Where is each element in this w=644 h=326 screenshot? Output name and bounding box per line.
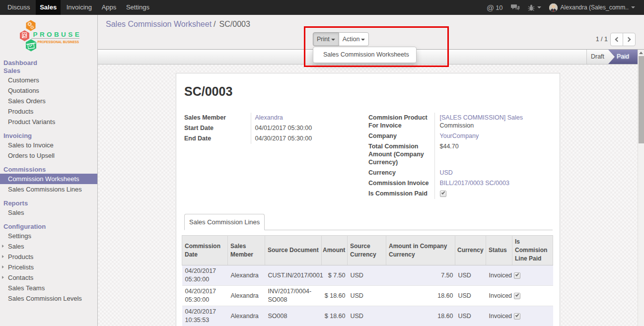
scrollbar-thumb[interactable] bbox=[639, 56, 644, 143]
col-sales-member[interactable]: Sales Member bbox=[228, 236, 265, 265]
cell-sales-member: Alexandra bbox=[228, 265, 265, 286]
col-commission-date[interactable]: Commission Date bbox=[182, 236, 228, 265]
field-label-commission-invoice: Commission Invoice bbox=[368, 178, 434, 189]
sidebar-item-product-variants[interactable]: Product Variants bbox=[0, 117, 97, 127]
print-button-label: Print bbox=[317, 36, 330, 43]
cell-currency: USD bbox=[455, 306, 486, 326]
mentions-button[interactable]: @ 10 bbox=[483, 0, 507, 15]
systray: @ 10 bbox=[483, 0, 639, 15]
cell-is-paid bbox=[512, 306, 553, 326]
field-value-currency[interactable]: USD bbox=[440, 169, 453, 176]
field-label-company: Company bbox=[368, 131, 434, 141]
sidebar-heading-sales[interactable]: Sales bbox=[0, 67, 97, 75]
menu-discuss[interactable]: Discuss bbox=[3, 0, 34, 15]
sidebar-heading-invoicing[interactable]: Invoicing bbox=[0, 132, 97, 140]
col-is-commission-line-paid[interactable]: Is Commision Line Paid bbox=[512, 236, 553, 265]
check-icon bbox=[515, 293, 519, 297]
expand-caret-icon bbox=[2, 276, 4, 279]
chevron-right-icon bbox=[626, 37, 631, 42]
cell-source-document: CUST.IN/2017/0001 bbox=[265, 265, 322, 286]
sidebar-item-sales-commission-levels[interactable]: Sales Commission Levels bbox=[0, 293, 97, 304]
sidebar-item-config-pricelists[interactable]: Pricelists bbox=[0, 262, 97, 272]
sidebar-item-sales-commissions-lines[interactable]: Sales Commissions Lines bbox=[0, 184, 97, 195]
form-sheet: SC/0003 Sales Member Alexandra Start Dat… bbox=[176, 73, 560, 326]
cell-commission-date: 04/20/2017 10:35:53 bbox=[182, 306, 228, 326]
line-paid-checkbox[interactable] bbox=[514, 313, 520, 320]
print-button[interactable]: Print bbox=[313, 32, 339, 46]
field-label-end-date: End Date bbox=[184, 133, 251, 144]
vertical-scrollbar[interactable] bbox=[638, 50, 644, 326]
col-source-document[interactable]: Source Document bbox=[265, 236, 322, 265]
sidebar-item-quotations[interactable]: Quotations bbox=[0, 85, 97, 96]
chat-icon bbox=[511, 4, 520, 11]
sidebar-item-customers[interactable]: Customers bbox=[0, 75, 97, 85]
menu-apps[interactable]: Apps bbox=[98, 0, 121, 15]
sidebar-heading-reports[interactable]: Reports bbox=[0, 199, 97, 207]
company-logo[interactable]: PROBUSE PROFESSIONAL BUSINESS bbox=[0, 18, 97, 59]
sidebar-heading-dashboard[interactable]: Dashboard bbox=[0, 59, 97, 67]
col-amount-in-company-currency[interactable]: Amount in Company Currency bbox=[386, 236, 455, 265]
sidebar-item-settings[interactable]: Settings bbox=[0, 231, 97, 241]
chevron-left-icon bbox=[615, 37, 620, 42]
col-source-currency[interactable]: Source Currency bbox=[348, 236, 386, 265]
breadcrumb-separator: / bbox=[212, 20, 219, 28]
menu-settings[interactable]: Settings bbox=[122, 0, 153, 15]
breadcrumb-parent-link[interactable]: Sales Commission Worksheet bbox=[106, 20, 212, 28]
breadcrumb-current: SC/0003 bbox=[219, 20, 250, 28]
sidebar-item-sales-to-invoice[interactable]: Sales to Invoice bbox=[0, 140, 97, 150]
debug-button[interactable] bbox=[524, 0, 545, 15]
tab-sales-commission-lines[interactable]: Sales Commission Lines bbox=[184, 214, 265, 230]
cell-commission-date: 04/20/2017 05:30:00 bbox=[182, 265, 228, 286]
col-status[interactable]: Status bbox=[486, 236, 512, 265]
sidebar-item-sales-report[interactable]: Sales bbox=[0, 207, 97, 218]
field-value-sales-member[interactable]: Alexandra bbox=[255, 114, 283, 121]
sidebar-item-orders-to-upsell[interactable]: Orders to Upsell bbox=[0, 150, 97, 161]
user-name: Alexandra (Sales_comm.. bbox=[561, 4, 629, 11]
expand-caret-icon bbox=[2, 245, 4, 248]
messages-button[interactable] bbox=[507, 0, 524, 15]
field-value-commission-product-link[interactable]: [SALES COMMISSION] Sales bbox=[440, 114, 553, 122]
dropdown-item-sales-commission-worksheets[interactable]: Sales Commission Worksheets bbox=[313, 49, 416, 61]
table-row[interactable]: 04/20/2017 10:35:53 Alexandra SO008 $ 18… bbox=[182, 306, 553, 326]
action-button-label: Action bbox=[343, 36, 360, 43]
field-value-commission-invoice[interactable]: BILL/2017/0003 SC/0003 bbox=[440, 180, 509, 187]
cell-is-paid bbox=[512, 265, 553, 286]
table-row[interactable]: 04/20/2017 05:30:00 Alexandra INV/2017/0… bbox=[182, 286, 553, 306]
cell-amount-in-company-currency: 18.60 bbox=[386, 286, 455, 306]
sidebar-item-config-contacts[interactable]: Contacts bbox=[0, 272, 97, 283]
is-commission-paid-checkbox[interactable] bbox=[440, 191, 446, 197]
line-paid-checkbox[interactable] bbox=[514, 272, 520, 279]
cell-amount: $ 7.50 bbox=[322, 265, 348, 286]
line-paid-checkbox[interactable] bbox=[514, 293, 520, 299]
sidebar-item-commission-worksheets[interactable]: Commission Worksheets bbox=[0, 174, 97, 184]
svg-text:PROBUSE: PROBUSE bbox=[33, 31, 82, 38]
action-button[interactable]: Action bbox=[339, 32, 369, 46]
sidebar-item-products[interactable]: Products bbox=[0, 106, 97, 117]
col-amount[interactable]: Amount bbox=[322, 236, 348, 265]
field-value-company[interactable]: YourCompany bbox=[440, 132, 479, 139]
table-row[interactable]: 04/20/2017 05:30:00 Alexandra CUST.IN/20… bbox=[182, 265, 553, 286]
menu-sales[interactable]: Sales bbox=[36, 0, 61, 15]
action-buttons: PrintAction bbox=[313, 32, 369, 46]
table-header-row: Commission Date Sales Member Source Docu… bbox=[182, 236, 553, 265]
user-menu[interactable]: Alexandra (Sales_comm.. bbox=[545, 0, 639, 15]
sidebar-item-config-sales[interactable]: Sales bbox=[0, 241, 97, 252]
scrollbar-up-arrow[interactable] bbox=[638, 50, 644, 56]
cell-amount-in-company-currency: 18.60 bbox=[386, 306, 455, 326]
menu-invoicing[interactable]: Invoicing bbox=[63, 0, 96, 15]
field-label-currency: Currency bbox=[368, 168, 434, 178]
field-value-start-date: 04/01/2017 05:30:00 bbox=[251, 123, 361, 133]
sidebar-item-sales-orders[interactable]: Sales Orders bbox=[0, 96, 97, 106]
sidebar-item-sales-teams[interactable]: Sales Teams bbox=[0, 283, 97, 293]
sidebar-heading-configuration[interactable]: Configuration bbox=[0, 223, 97, 231]
cell-sales-member: Alexandra bbox=[228, 306, 265, 326]
pager-next-button[interactable] bbox=[623, 33, 636, 46]
sidebar-item-config-products[interactable]: Products bbox=[0, 252, 97, 262]
cell-source-currency: USD bbox=[348, 286, 386, 306]
sidebar-heading-commissions[interactable]: Commissions bbox=[0, 166, 97, 174]
form-view-background: SC/0003 Sales Member Alexandra Start Dat… bbox=[98, 65, 638, 326]
col-currency[interactable]: Currency bbox=[455, 236, 486, 265]
pager-previous-button[interactable] bbox=[610, 33, 623, 46]
cell-status: Invoiced bbox=[486, 306, 512, 326]
sidebar-item-label: Pricelists bbox=[8, 263, 34, 271]
